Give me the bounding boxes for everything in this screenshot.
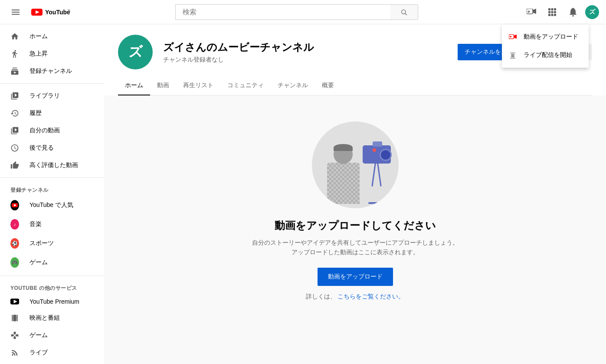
upload-link-prefix: 詳しくは、 [306, 293, 336, 300]
tab-playlists[interactable]: 再生リスト [176, 76, 220, 95]
live-stream-icon [509, 52, 517, 59]
sidebar: ホーム 急上昇 登録チャンネル ライブラリ 履歴 [0, 24, 104, 364]
sidebar-item-watch-later[interactable]: 後で見る [0, 139, 104, 157]
user-avatar-button[interactable]: ズ [585, 5, 599, 19]
sidebar-item-trending[interactable]: 急上昇 [0, 45, 104, 62]
dropdown-upload-label: 動画をアップロード [524, 33, 578, 41]
library-icon [10, 92, 19, 100]
sidebar-live-label: ライブ [29, 349, 48, 357]
sidebar-history-label: 履歴 [29, 109, 42, 117]
yt-popular-avatar [10, 200, 19, 210]
svg-rect-16 [548, 11, 550, 13]
dropdown-upload-video[interactable]: 動画をアップロード [502, 28, 589, 46]
notifications-button[interactable] [564, 3, 582, 21]
svg-point-22 [572, 15, 574, 16]
empty-state-desc-line2: アップロードした動画はここに表示されます。 [252, 247, 459, 257]
svg-rect-2 [12, 14, 20, 15]
svg-point-7 [402, 10, 406, 13]
empty-state-title: 動画をアップロードしてください [275, 219, 436, 233]
subscriptions-section-title: 登録チャンネル [0, 181, 104, 196]
upload-dropdown: 動画をアップロード ライブ配信を開始 [502, 24, 589, 68]
sidebar-item-my-videos[interactable]: 自分の動画 [0, 122, 104, 139]
upload-icon [527, 9, 536, 16]
upload-learn-more-link[interactable]: こちらをご覧ください。 [337, 293, 404, 300]
sidebar-liked-label: 高く評価した動画 [29, 161, 78, 169]
svg-rect-21 [554, 14, 556, 16]
header: YouTube JP [0, 0, 606, 24]
sidebar-item-gaming[interactable]: 🎮 ゲーム [0, 253, 104, 272]
sidebar-item-yt-popular[interactable]: YouTube で人気 [0, 196, 104, 215]
sidebar-gaming-label: ゲーム [29, 259, 48, 266]
tab-about[interactable]: 概要 [315, 76, 341, 95]
svg-rect-15 [554, 8, 556, 10]
svg-text:JP: JP [67, 9, 70, 13]
search-input[interactable] [175, 4, 390, 20]
header-left: YouTube JP [7, 3, 70, 21]
empty-state-desc: 自分のストーリーやアイデアを共有してユーザーにアプローチしましょう。 アップロー… [252, 238, 459, 257]
tab-channels[interactable]: チャンネル [271, 76, 315, 95]
sports-avatar: ⚽ [10, 238, 19, 249]
upload-illustration [312, 121, 399, 208]
upload-video-cta-button[interactable]: 動画をアップロード [318, 268, 393, 286]
sidebar-movies-label: 映画と番組 [29, 314, 60, 322]
dropdown-live-label: ライブ配信を開始 [524, 51, 572, 59]
svg-marker-24 [514, 34, 517, 39]
sidebar-item-liked[interactable]: 高く評価した動画 [0, 157, 104, 174]
empty-state-desc-line1: 自分のストーリーやアイデアを共有してユーザーにアプローチしましょう。 [252, 238, 459, 247]
sidebar-premium-label: YouTube Premium [29, 298, 79, 305]
svg-line-8 [405, 13, 407, 15]
sidebar-item-library[interactable]: ライブラリ [0, 87, 104, 105]
search-button[interactable] [390, 4, 418, 20]
svg-rect-17 [551, 11, 554, 13]
sidebar-my-videos-label: 自分の動画 [29, 127, 60, 134]
sidebar-item-sports[interactable]: ⚽ スポーツ [0, 234, 104, 253]
upload-link: 詳しくは、 こちらをご覧ください。 [306, 293, 405, 301]
channel-name: ズイさんのムービーチャンネル [163, 40, 447, 54]
sidebar-item-history[interactable]: 履歴 [0, 105, 104, 122]
hamburger-button[interactable] [7, 3, 24, 21]
svg-rect-19 [548, 14, 550, 16]
sidebar-section-other-services: YOUTUBE の他のサービス YouTube Premium 映画と番組 ゲー… [0, 276, 104, 364]
sidebar-item-movies[interactable]: 映画と番組 [0, 309, 104, 327]
svg-rect-9 [527, 9, 533, 14]
search-form [175, 4, 418, 20]
history-icon [10, 109, 19, 118]
live-sidebar-icon [10, 348, 19, 357]
sidebar-item-home[interactable]: ホーム [0, 28, 104, 45]
svg-rect-0 [12, 10, 20, 10]
sidebar-item-music[interactable]: ♪ 音楽 [0, 215, 104, 234]
sidebar-library-label: ライブラリ [29, 92, 60, 100]
youtube-logo[interactable]: YouTube JP [31, 8, 70, 16]
my-videos-icon [10, 126, 19, 135]
sidebar-music-label: 音楽 [29, 220, 42, 228]
bell-icon [569, 8, 577, 16]
apps-icon [548, 8, 556, 16]
sidebar-section-library: ライブラリ 履歴 自分の動画 後で見る 高く評価した動画 [0, 84, 104, 178]
tab-community[interactable]: コミュニティ [220, 76, 271, 95]
sidebar-item-subscriptions[interactable]: 登録チャンネル [0, 62, 104, 80]
watch-later-icon [10, 144, 19, 152]
other-services-title: YOUTUBE の他のサービス [0, 279, 104, 294]
upload-video-button[interactable] [523, 3, 540, 21]
trending-icon [10, 49, 19, 58]
apps-button[interactable] [544, 3, 561, 21]
svg-rect-1 [12, 12, 20, 13]
channel-tabs: ホーム 動画 再生リスト コミュニティ チャンネル 概要 [118, 76, 592, 95]
channel-subscribers: チャンネル登録者なし [163, 56, 447, 64]
movies-icon [10, 314, 19, 322]
music-avatar: ♪ [10, 219, 19, 230]
tab-videos[interactable]: 動画 [150, 76, 176, 95]
sidebar-home-label: ホーム [29, 33, 48, 40]
dropdown-live[interactable]: ライブ配信を開始 [502, 46, 589, 64]
channel-empty-state: 動画をアップロードしてください 自分のストーリーやアイデアを共有してユーザーにア… [104, 95, 606, 327]
svg-rect-14 [551, 8, 554, 10]
sidebar-item-premium[interactable]: YouTube Premium [0, 294, 104, 309]
sidebar-section-subscriptions: 登録チャンネル YouTube で人気 ♪ 音楽 ⚽ スポーツ 🎮 [0, 178, 104, 276]
sidebar-item-gaming2[interactable]: ゲーム [0, 327, 104, 344]
liked-icon [10, 161, 19, 170]
subscriptions-icon [10, 67, 19, 75]
channel-avatar: ズ [118, 35, 153, 69]
tab-home[interactable]: ホーム [118, 76, 150, 95]
sidebar-watch-later-label: 後で見る [29, 144, 54, 152]
sidebar-item-live[interactable]: ライブ [0, 344, 104, 361]
